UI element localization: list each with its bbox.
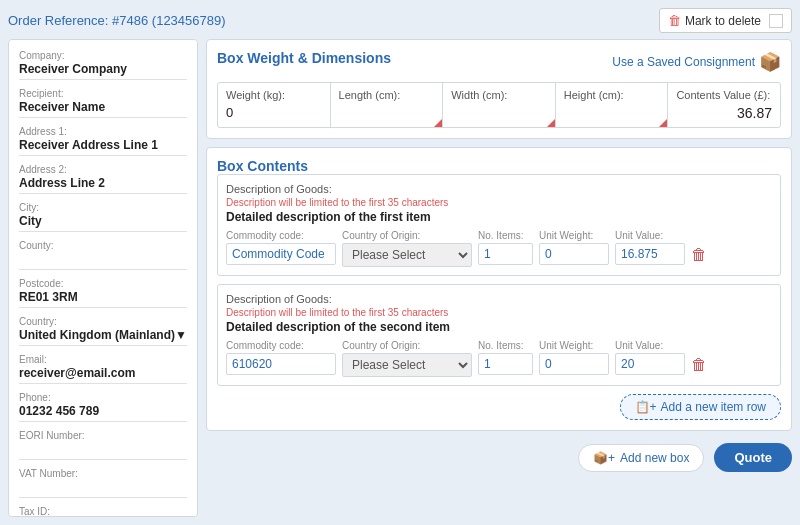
desc-limit-2: Description will be limited to the first… <box>226 307 772 318</box>
use-saved-consignment-button[interactable]: Use a Saved Consignment 📦 <box>612 51 781 73</box>
email-value: receiver@email.com <box>19 366 187 384</box>
county-field: County: <box>19 240 187 270</box>
no-items-input-1[interactable] <box>478 243 533 265</box>
length-label: Length (cm): <box>339 89 435 101</box>
email-label: Email: <box>19 354 187 365</box>
country-origin-label-1: Country of Origin: <box>342 230 472 241</box>
unit-value-field-2: Unit Value: <box>615 340 685 375</box>
commodity-input-2[interactable] <box>226 353 336 375</box>
unit-value-input-1[interactable] <box>615 243 685 265</box>
unit-weight-label-2: Unit Weight: <box>539 340 609 351</box>
box-contents-section: Box Contents Description of Goods: Descr… <box>206 147 792 431</box>
right-panel: Box Weight & Dimensions Use a Saved Cons… <box>206 39 792 517</box>
unit-value-label-2: Unit Value: <box>615 340 685 351</box>
recipient-label: Recipient: <box>19 88 187 99</box>
contents-value-cell: Contents Value (£): <box>668 83 780 127</box>
mark-delete-label: Mark to delete <box>685 14 761 28</box>
width-label: Width (cm): <box>451 89 547 101</box>
desc-label-1: Description of Goods: <box>226 183 772 195</box>
address1-value: Receiver Address Line 1 <box>19 138 187 156</box>
weight-input[interactable] <box>226 105 322 120</box>
recipient-field: Recipient: Receiver Name <box>19 88 187 118</box>
commodity-field-1: Commodity code: <box>226 230 336 265</box>
phone-label: Phone: <box>19 392 187 403</box>
mark-delete-button[interactable]: 🗑 Mark to delete <box>659 8 792 33</box>
order-ref-label: Order Reference: <box>8 13 108 28</box>
no-items-field-2: No. Items: <box>478 340 533 375</box>
no-items-field-1: No. Items: <box>478 230 533 265</box>
weight-dims-title: Box Weight & Dimensions <box>217 50 391 66</box>
add-item-row-label: Add a new item row <box>661 400 766 414</box>
add-new-box-button[interactable]: 📦+ Add new box <box>578 444 704 472</box>
left-panel: Company: Receiver Company Recipient: Rec… <box>8 39 198 517</box>
country-origin-select-1[interactable]: Please Select <box>342 243 472 267</box>
address1-label: Address 1: <box>19 126 187 137</box>
county-value <box>19 252 187 270</box>
height-input[interactable] <box>564 105 660 120</box>
length-cell: Length (cm): <box>331 83 444 127</box>
address1-field: Address 1: Receiver Address Line 1 <box>19 126 187 156</box>
desc-limit-1: Description will be limited to the first… <box>226 197 772 208</box>
height-cell: Height (cm): <box>556 83 669 127</box>
delete-item-button-1[interactable]: 🗑 <box>691 246 707 264</box>
delete-item-button-2[interactable]: 🗑 <box>691 356 707 374</box>
city-field: City: City <box>19 202 187 232</box>
postcode-value: RE01 3RM <box>19 290 187 308</box>
commodity-input-1[interactable] <box>226 243 336 265</box>
country-origin-field-1: Country of Origin: Please Select <box>342 230 472 267</box>
vat-label: VAT Number: <box>19 468 187 479</box>
unit-weight-input-2[interactable] <box>539 353 609 375</box>
add-item-row-button[interactable]: 📋+ Add a new item row <box>620 394 781 420</box>
no-items-label-2: No. Items: <box>478 340 533 351</box>
unit-value-input-2[interactable] <box>615 353 685 375</box>
county-label: County: <box>19 240 187 251</box>
item-fields-row-2: Commodity code: Country of Origin: Pleas… <box>226 340 772 377</box>
commodity-field-2: Commodity code: <box>226 340 336 375</box>
quote-button[interactable]: Quote <box>714 443 792 472</box>
vat-value <box>19 480 187 498</box>
desc-value-2: Detailed description of the second item <box>226 320 772 334</box>
company-label: Company: <box>19 50 187 61</box>
unit-weight-field-2: Unit Weight: <box>539 340 609 375</box>
desc-label-2: Description of Goods: <box>226 293 772 305</box>
box-contents-title: Box Contents <box>217 158 308 174</box>
order-ref-value: #7486 (123456789) <box>112 13 226 28</box>
weight-dims-section: Box Weight & Dimensions Use a Saved Cons… <box>206 39 792 139</box>
add-new-box-label: Add new box <box>620 451 689 465</box>
width-input[interactable] <box>451 105 547 120</box>
mark-delete-checkbox[interactable] <box>769 14 783 28</box>
company-value: Receiver Company <box>19 62 187 80</box>
country-value[interactable]: United Kingdom (Mainland) ▼ <box>19 328 187 346</box>
dimensions-row: Weight (kg): Length (cm): Width (cm): He… <box>217 82 781 128</box>
vat-field: VAT Number: <box>19 468 187 498</box>
company-field: Company: Receiver Company <box>19 50 187 80</box>
length-input[interactable] <box>339 105 435 120</box>
no-items-input-2[interactable] <box>478 353 533 375</box>
country-origin-select-2[interactable]: Please Select <box>342 353 472 377</box>
unit-weight-input-1[interactable] <box>539 243 609 265</box>
address2-value: Address Line 2 <box>19 176 187 194</box>
city-label: City: <box>19 202 187 213</box>
contents-value-label: Contents Value (£): <box>676 89 772 101</box>
unit-value-field-1: Unit Value: <box>615 230 685 265</box>
unit-value-label-1: Unit Value: <box>615 230 685 241</box>
item-row-1: Description of Goods: Description will b… <box>217 174 781 276</box>
country-origin-field-2: Country of Origin: Please Select <box>342 340 472 377</box>
order-reference: Order Reference: #7486 (123456789) <box>8 13 226 28</box>
country-origin-label-2: Country of Origin: <box>342 340 472 351</box>
phone-field: Phone: 01232 456 789 <box>19 392 187 422</box>
item-row-2: Description of Goods: Description will b… <box>217 284 781 386</box>
address2-label: Address 2: <box>19 164 187 175</box>
country-field[interactable]: Country: United Kingdom (Mainland) ▼ <box>19 316 187 346</box>
item-fields-row-1: Commodity code: Country of Origin: Pleas… <box>226 230 772 267</box>
bottom-actions: 📦+ Add new box Quote <box>206 443 792 472</box>
weight-cell: Weight (kg): <box>218 83 331 127</box>
desc-value-1: Detailed description of the first item <box>226 210 772 224</box>
height-label: Height (cm): <box>564 89 660 101</box>
weight-label: Weight (kg): <box>226 89 322 101</box>
contents-value-input[interactable] <box>676 105 772 121</box>
unit-weight-field-1: Unit Weight: <box>539 230 609 265</box>
no-items-label-1: No. Items: <box>478 230 533 241</box>
eori-field: EORI Number: <box>19 430 187 460</box>
use-saved-label: Use a Saved Consignment <box>612 55 755 69</box>
